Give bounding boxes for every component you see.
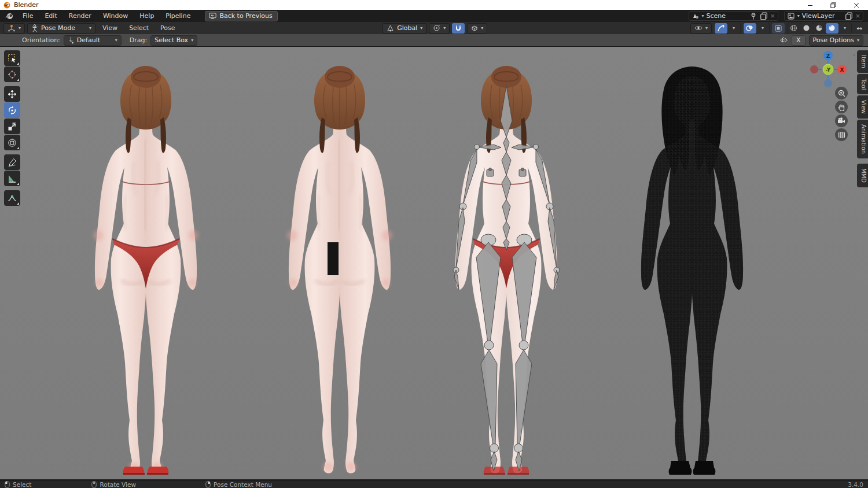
navigation-gizmo[interactable]: Z X -Y — [808, 48, 848, 88]
model-shaded-bikini[interactable] — [79, 62, 212, 478]
svg-text:Z: Z — [826, 53, 830, 59]
pose-options-dropdown[interactable]: Pose Options ▾ — [809, 35, 863, 46]
menu-bar: File Edit Render Window Help Pipeline Ba… — [0, 10, 868, 22]
object-types-visibility-dropdown[interactable]: ▾ — [690, 23, 712, 34]
blender-logo-icon — [3, 2, 10, 9]
perspective-toggle-button[interactable] — [835, 128, 848, 141]
drag-mode-dropdown[interactable]: Select Box ▾ — [150, 35, 197, 46]
viewlayer-dropdown-chevron[interactable]: ▾ — [797, 14, 800, 19]
axis-y-center-ball[interactable]: -Y — [823, 64, 833, 75]
visibility-eye-icon — [694, 25, 703, 31]
tab-animation[interactable]: Animation — [857, 120, 868, 158]
mirror-x-toggle[interactable]: X — [792, 35, 806, 46]
menu-pose[interactable]: Pose — [156, 23, 179, 33]
scene-icon — [692, 12, 700, 20]
unlink-scene-icon[interactable]: × — [770, 12, 775, 20]
drag-mode-value: Select Box — [155, 36, 188, 44]
tool-measure[interactable] — [4, 171, 20, 186]
shading-settings-dropdown[interactable]: ▾ — [838, 23, 851, 34]
tool-scale[interactable] — [4, 119, 20, 134]
tool-annotate[interactable] — [4, 154, 20, 170]
tool-move[interactable] — [4, 86, 20, 102]
viewlayer-selector[interactable]: ▾ ViewLayer × — [784, 11, 863, 21]
tool-cursor[interactable] — [4, 66, 20, 82]
menu-file[interactable]: File — [17, 11, 38, 21]
show-gizmo-toggle[interactable] — [715, 23, 727, 34]
mode-dropdown[interactable]: Pose Mode ▾ — [27, 23, 95, 34]
orientation-default-icon — [68, 36, 74, 44]
tab-item[interactable]: Item — [857, 50, 868, 73]
overlays-settings-dropdown[interactable]: ▾ — [756, 23, 769, 34]
shading-rendered-button[interactable] — [826, 23, 838, 34]
menu-pipeline[interactable]: Pipeline — [160, 11, 196, 21]
snap-settings-dropdown[interactable]: ▾ — [467, 23, 487, 34]
camera-view-button[interactable] — [835, 114, 848, 127]
tab-mmd[interactable]: MMD — [857, 164, 868, 187]
axis-minus-x-ball[interactable] — [810, 65, 818, 73]
scene-dropdown-chevron[interactable]: ▾ — [702, 14, 704, 19]
editor-3d-viewport-icon — [8, 24, 16, 32]
transform-orientation-dropdown[interactable]: Global ▾ — [382, 23, 426, 34]
back-to-previous-button[interactable]: Back to Previous — [205, 11, 277, 21]
close-button[interactable] — [845, 0, 868, 10]
model-wireframe[interactable] — [626, 62, 759, 478]
breakdowner-curve-icon — [8, 194, 17, 203]
axis-x-ball[interactable]: X — [837, 65, 847, 74]
tool-tweak-select[interactable] — [4, 50, 20, 66]
blender-window: Blender File Edit Render Window — [0, 0, 868, 488]
menu-select[interactable]: Select — [124, 23, 153, 33]
magnet-icon — [455, 25, 462, 32]
tool-orientation-dropdown[interactable]: Default ▾ — [64, 35, 122, 46]
close-icon — [854, 2, 859, 8]
minimize-button[interactable] — [799, 0, 822, 10]
new-scene-icon[interactable] — [760, 12, 768, 20]
snap-toggle[interactable] — [452, 23, 465, 34]
header-overflow-icon[interactable]: ↔ — [854, 24, 865, 32]
keymap-rotate-view: Rotate View — [91, 481, 136, 488]
menu-edit[interactable]: Edit — [39, 11, 62, 21]
menu-help[interactable]: Help — [134, 11, 159, 21]
remove-viewlayer-icon[interactable]: × — [855, 12, 860, 20]
new-viewlayer-icon[interactable] — [845, 12, 853, 20]
editor-type-dropdown[interactable]: ▾ — [3, 23, 25, 34]
show-overlays-toggle[interactable] — [744, 23, 756, 34]
tool-rotate[interactable] — [4, 102, 20, 118]
menu-view[interactable]: View — [98, 23, 122, 33]
tool-transform[interactable] — [4, 135, 20, 150]
chevron-down-icon: ▾ — [89, 26, 91, 31]
shading-wireframe-button[interactable] — [788, 23, 800, 34]
tab-tool[interactable]: Tool — [857, 74, 868, 94]
tab-view[interactable]: View — [857, 95, 868, 119]
svg-text:X: X — [840, 67, 844, 73]
svg-text:-Y: -Y — [826, 67, 831, 73]
zoom-button[interactable] — [835, 87, 848, 99]
scene-name[interactable]: Scene — [707, 12, 747, 20]
pivot-point-dropdown[interactable]: ▾ — [429, 23, 450, 34]
xray-toggle[interactable] — [772, 23, 785, 34]
chevron-down-icon: ▾ — [443, 26, 446, 31]
menu-render[interactable]: Render — [64, 11, 97, 21]
tool-settings-bar: Orientation: Default ▾ Drag: Select Box … — [0, 34, 868, 46]
viewport-3d[interactable]: Z X -Y — [0, 46, 868, 480]
scene-selector[interactable]: ▾ Scene × — [689, 11, 778, 21]
sidebar-collapse-icon[interactable]: ‹ — [853, 51, 855, 58]
pan-button[interactable] — [835, 101, 848, 113]
keymap-pose-context-menu-label: Pose Context Menu — [214, 481, 272, 488]
shading-material-button[interactable] — [813, 23, 826, 34]
axis-z-ball[interactable]: Z — [823, 51, 833, 60]
restore-button[interactable] — [822, 0, 845, 10]
chevron-down-icon: ▾ — [857, 38, 859, 43]
gizmo-settings-dropdown[interactable]: ▾ — [727, 23, 740, 34]
model-armature-overlay[interactable] — [440, 62, 573, 478]
shading-solid-button[interactable] — [800, 23, 813, 34]
pin-icon[interactable] — [749, 12, 757, 20]
menu-window[interactable]: Window — [98, 11, 133, 21]
model-shaded-censored[interactable] — [273, 62, 406, 478]
pose-mode-icon — [31, 24, 38, 32]
drag-label: Drag: — [130, 36, 147, 44]
blender-menu-logo-icon[interactable] — [5, 12, 14, 20]
axis-minus-z-ball[interactable] — [824, 79, 832, 87]
mode-label: Pose Mode — [41, 24, 75, 32]
tool-pose-breakdowner[interactable] — [4, 190, 20, 206]
viewlayer-name[interactable]: ViewLayer — [802, 12, 843, 20]
